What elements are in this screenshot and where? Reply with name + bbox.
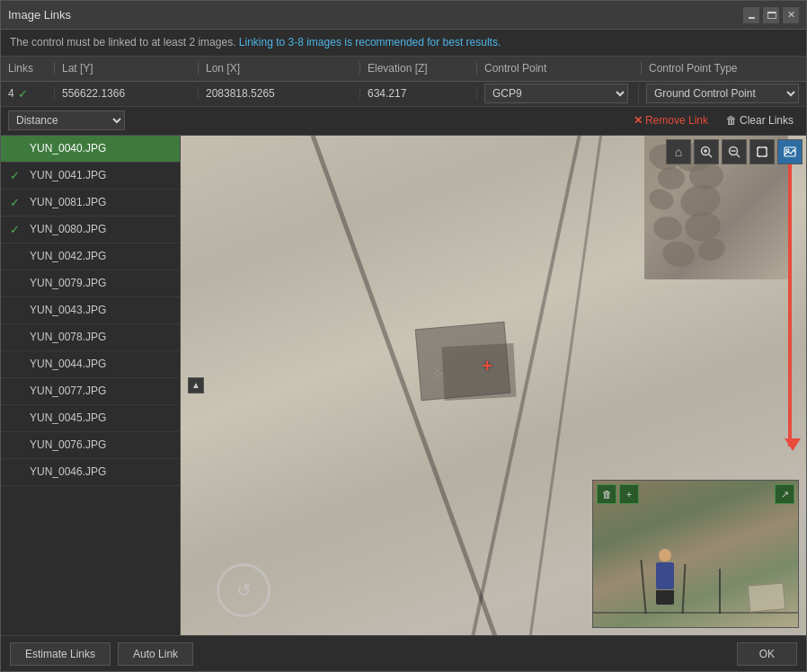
clear-links-button[interactable]: 🗑 Clear Links	[721, 112, 799, 128]
aerial-patch-inner	[442, 343, 517, 401]
window-title: Image Links	[8, 8, 71, 22]
auto-link-button[interactable]: Auto Link	[118, 642, 193, 666]
direction-arrow-shaft	[788, 161, 792, 447]
list-item[interactable]: YUN_0079.JPG	[1, 270, 180, 297]
thumbnail-add-button[interactable]: +	[619, 484, 639, 504]
col-links: Links	[1, 62, 55, 75]
list-item[interactable]: ✓ YUN_0041.JPG	[1, 163, 180, 190]
control-type-cell[interactable]: Ground Control Point Check Point 3D GCP	[639, 84, 806, 103]
item-check-icon: ✓	[10, 169, 22, 182]
minimize-button[interactable]: 🗕	[743, 7, 759, 23]
main-content: YUN_0040.JPG ✓ YUN_0041.JPG ✓ YUN_0081.J…	[1, 136, 806, 635]
image-name: YUN_0041.JPG	[30, 169, 106, 181]
image-viewer: ⌂	[181, 136, 806, 635]
lon-cell: 2083818.5265	[199, 87, 360, 100]
item-check-icon: ✓	[10, 223, 22, 236]
bottom-left-buttons: Estimate Links Auto Link	[10, 642, 193, 666]
image-name: YUN_0046.JPG	[30, 465, 106, 478]
image-name: YUN_0077.JPG	[30, 385, 106, 397]
col-lon: Lon [X]	[199, 62, 360, 75]
zoom-in-button[interactable]	[694, 139, 719, 164]
fit-view-button[interactable]	[749, 139, 775, 164]
fence-post	[682, 564, 687, 614]
sort-select[interactable]: Distance Name Date	[8, 111, 125, 130]
links-cell: 4 ✓	[1, 87, 55, 101]
trash-icon: 🗑	[726, 114, 737, 127]
ok-button[interactable]: OK	[737, 642, 797, 666]
info-text-static: The control must be linked to at least 2…	[10, 36, 235, 49]
list-item[interactable]: YUN_0078.JPG	[1, 324, 180, 351]
image-list: YUN_0040.JPG ✓ YUN_0041.JPG ✓ YUN_0081.J…	[1, 136, 181, 635]
person-body	[656, 562, 674, 589]
list-item[interactable]: YUN_0045.JPG	[1, 405, 180, 432]
person-figure	[656, 549, 674, 605]
col-elevation: Elevation [Z]	[360, 62, 477, 75]
ground-line	[593, 612, 798, 614]
svg-point-17	[786, 149, 789, 152]
estimate-links-button[interactable]: Estimate Links	[10, 642, 111, 666]
rotation-arrow-icon: ↺	[236, 579, 252, 601]
thumbnail-delete-button[interactable]: 🗑	[597, 484, 616, 504]
gcp-crosshair: +	[482, 355, 492, 376]
person-legs	[656, 590, 674, 605]
svg-rect-7	[758, 147, 767, 156]
info-bar: The control must be linked to at least 2…	[1, 30, 806, 57]
rotation-control[interactable]: ↺	[217, 563, 270, 617]
col-lat: Lat [Y]	[55, 62, 199, 75]
table-header: Links Lat [Y] Lon [X] Elevation [Z] Cont…	[1, 57, 806, 82]
item-check-icon: ✓	[10, 196, 22, 209]
list-item[interactable]: YUN_0043.JPG	[1, 297, 180, 324]
list-item[interactable]: ✓ YUN_0081.JPG	[1, 190, 180, 217]
thumbnail-expand-button[interactable]: ↗	[775, 484, 794, 504]
remove-link-button[interactable]: ✕ Remove Link	[628, 112, 714, 128]
col-control-type: Control Point Type	[642, 62, 806, 75]
list-item[interactable]: YUN_0044.JPG	[1, 351, 180, 378]
col-control-point: Control Point	[477, 62, 642, 75]
image-name: YUN_0042.JPG	[30, 250, 106, 262]
list-item[interactable]: YUN_0042.JPG	[1, 243, 180, 270]
list-item[interactable]: ✓ YUN_0080.JPG	[1, 217, 180, 243]
zoom-out-button[interactable]	[722, 139, 747, 164]
close-button[interactable]: ✕	[783, 7, 799, 23]
remove-icon: ✕	[634, 114, 643, 127]
list-item[interactable]: YUN_0040.JPG	[1, 136, 180, 163]
image-name: YUN_0045.JPG	[30, 411, 106, 424]
gcp-marker	[748, 582, 785, 612]
thumbnail-overlay: 🗑 + ↗	[592, 480, 799, 628]
thumbnail-toolbar: 🗑 +	[597, 484, 639, 504]
main-window: Image Links 🗕 🗖 ✕ The control must be li…	[0, 0, 807, 672]
person-head	[659, 549, 671, 561]
links-count: 4	[8, 87, 14, 100]
toolbar-row: Distance Name Date ✕ Remove Link 🗑 Clear…	[1, 107, 806, 136]
image-name: YUN_0040.JPG	[30, 142, 106, 155]
control-point-cell[interactable]: GCP9 GCP1 GCP2 GCP3	[477, 84, 639, 103]
fence-post	[719, 569, 721, 614]
viewer-toolbar: ⌂	[666, 139, 803, 164]
fence-post	[640, 560, 646, 614]
info-text-highlight: Linking to 3-8 images is recommended for…	[239, 36, 501, 49]
home-view-button[interactable]: ⌂	[666, 139, 691, 164]
image-name: YUN_0044.JPG	[30, 358, 106, 370]
maximize-button[interactable]: 🗖	[763, 7, 779, 23]
svg-line-5	[737, 154, 740, 157]
table-data-row: 4 ✓ 556622.1366 2083818.5265 634.217 GCP…	[1, 82, 806, 107]
list-item[interactable]: YUN_0077.JPG	[1, 378, 180, 405]
list-item[interactable]: YUN_0076.JPG	[1, 432, 180, 459]
image-name: YUN_0076.JPG	[30, 438, 106, 451]
image-name: YUN_0043.JPG	[30, 304, 106, 316]
clear-links-label: Clear Links	[740, 114, 794, 127]
aerial-photo: + ▲	[181, 136, 806, 635]
elevation-cell: 634.217	[360, 87, 477, 100]
control-point-select[interactable]: GCP9 GCP1 GCP2 GCP3	[484, 84, 628, 103]
svg-line-1	[709, 154, 713, 157]
bottom-bar: Estimate Links Auto Link OK	[1, 635, 806, 671]
remove-link-label: Remove Link	[645, 114, 708, 127]
image-toggle-button[interactable]	[777, 139, 803, 164]
scroll-up-button[interactable]: ▲	[188, 377, 204, 393]
image-name: YUN_0081.JPG	[30, 196, 106, 208]
svg-rect-16	[785, 147, 795, 156]
list-item[interactable]: YUN_0046.JPG	[1, 459, 180, 486]
image-name: YUN_0079.JPG	[30, 277, 106, 289]
image-name: YUN_0080.JPG	[30, 223, 106, 235]
control-type-select[interactable]: Ground Control Point Check Point 3D GCP	[646, 84, 799, 103]
